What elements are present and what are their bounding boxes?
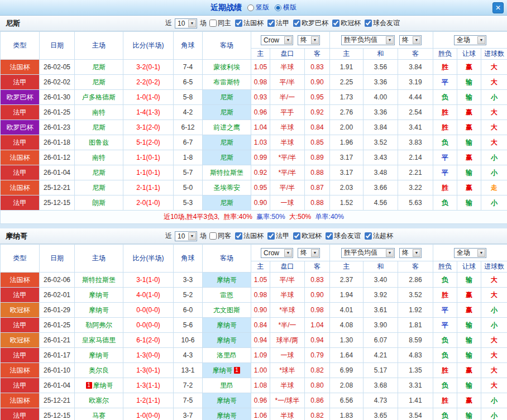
league-filter-checkbox[interactable]: 球会友谊 xyxy=(326,231,361,241)
competition-cell[interactable]: 法甲 xyxy=(1,408,40,420)
team-name-link[interactable]: 卢多格德斯 xyxy=(82,93,116,101)
competition-cell[interactable]: 法甲 xyxy=(1,195,40,211)
away-team-cell[interactable]: 摩纳哥 xyxy=(203,318,251,333)
home-team-cell[interactable]: 奥尔良 xyxy=(75,363,123,378)
checkbox-input[interactable] xyxy=(235,232,242,240)
away-team-cell[interactable]: 圣埃蒂安 xyxy=(203,180,251,195)
competition-cell[interactable]: 法国杯 xyxy=(1,60,40,75)
team-name-link[interactable]: 尼斯 xyxy=(92,123,106,131)
home-team-cell[interactable]: 南特 xyxy=(75,105,123,120)
checkbox-input[interactable] xyxy=(267,20,275,27)
team-name-link[interactable]: 图鲁兹 xyxy=(89,139,109,146)
checkbox-input[interactable] xyxy=(267,232,275,240)
same-venue-checkbox[interactable]: 同主 xyxy=(209,18,231,28)
home-team-cell[interactable]: 摩纳哥 xyxy=(75,348,123,363)
home-team-cell[interactable]: 欧塞尔 xyxy=(75,393,123,408)
home-team-cell[interactable]: 尼斯 xyxy=(75,120,123,135)
team-name-link[interactable]: 尼斯 xyxy=(220,199,233,207)
competition-cell[interactable]: 法国杯 xyxy=(1,273,40,288)
away-team-cell[interactable]: 洛里昂 xyxy=(203,348,251,363)
competition-cell[interactable]: 法甲 xyxy=(1,165,40,180)
competition-cell[interactable]: 欧罗巴杯 xyxy=(1,120,40,135)
home-team-cell[interactable]: 图鲁兹 xyxy=(75,135,123,150)
same-venue-checkbox[interactable]: 同客 xyxy=(209,231,231,241)
bookmaker-select[interactable]: Crow ▼ xyxy=(261,248,293,258)
team-name-link[interactable]: 尼斯 xyxy=(220,139,233,146)
away-team-cell[interactable]: 摩纳哥 xyxy=(203,273,251,288)
league-filter-checkbox[interactable]: 欧冠杯 xyxy=(332,18,361,28)
scope-select[interactable]: 全场 ▼ xyxy=(454,248,486,258)
home-team-cell[interactable]: 尼斯 xyxy=(75,165,123,180)
team-name-link[interactable]: 雷恩 xyxy=(220,291,233,299)
final-odds-select[interactable]: 终 ▼ xyxy=(298,248,320,258)
match-count-select[interactable]: 10 ▼ xyxy=(175,18,197,28)
league-filter-checkbox[interactable]: 法国杯 xyxy=(235,231,264,241)
final-odds-select[interactable]: 终 ▼ xyxy=(399,248,422,258)
layout-option-horizontal[interactable]: 横版 xyxy=(275,3,296,12)
competition-cell[interactable]: 法甲 xyxy=(1,348,40,363)
competition-cell[interactable]: 法甲 xyxy=(1,318,40,333)
home-team-cell[interactable]: 南特 xyxy=(75,150,123,165)
checkbox-input[interactable] xyxy=(293,232,300,240)
league-filter-checkbox[interactable]: 法甲 xyxy=(267,18,289,28)
team-name-link[interactable]: 尼斯 xyxy=(220,93,233,101)
checkbox-input[interactable] xyxy=(293,20,300,27)
away-team-cell[interactable]: 雷恩 xyxy=(203,288,251,303)
team-name-link[interactable]: 摩纳哥 xyxy=(89,351,109,359)
home-team-cell[interactable]: 摩纳哥 xyxy=(75,288,123,303)
odds-average-select[interactable]: 胜平负均值 ▼ xyxy=(341,248,395,258)
home-team-cell[interactable]: 摩纳哥 xyxy=(75,303,123,318)
away-team-cell[interactable]: 尤文图斯 xyxy=(203,303,251,318)
team-name-link[interactable]: 圣埃蒂安 xyxy=(213,184,240,192)
team-name-link[interactable]: 南特 xyxy=(92,108,106,116)
team-name-link[interactable]: 尼斯 xyxy=(92,63,106,71)
away-team-cell[interactable]: 尼斯 xyxy=(203,195,251,211)
league-filter-checkbox[interactable]: 球会友谊 xyxy=(365,18,400,28)
bookmaker-select[interactable]: Crow ▼ xyxy=(261,35,293,45)
team-name-link[interactable]: 摩纳哥 xyxy=(217,276,237,284)
competition-cell[interactable]: 法甲 xyxy=(1,105,40,120)
team-name-link[interactable]: 尼斯 xyxy=(92,78,106,86)
match-count-select[interactable]: 10 ▼ xyxy=(175,231,197,241)
team-name-link[interactable]: 里昂 xyxy=(220,381,233,389)
competition-cell[interactable]: 欧罗巴杯 xyxy=(1,90,40,105)
competition-cell[interactable]: 法国杯 xyxy=(1,393,40,408)
team-name-link[interactable]: 斯特拉斯堡 xyxy=(82,276,116,284)
league-filter-checkbox[interactable]: 欧罗巴杯 xyxy=(293,18,328,28)
team-name-link[interactable]: 奥尔良 xyxy=(89,366,109,374)
radio-horizontal[interactable] xyxy=(275,4,281,11)
team-name-link[interactable]: 尼斯 xyxy=(92,184,106,192)
away-team-cell[interactable]: 摩纳哥 xyxy=(203,408,251,420)
layout-option-vertical[interactable]: 竖版 xyxy=(247,3,269,12)
team-name-link[interactable]: 尤文图斯 xyxy=(213,306,240,314)
league-filter-checkbox[interactable]: 法甲 xyxy=(267,231,289,241)
home-team-cell[interactable]: 尼斯 xyxy=(75,60,123,75)
team-name-link[interactable]: 摩纳哥 xyxy=(213,366,233,374)
competition-cell[interactable]: 法国杯 xyxy=(1,150,40,165)
away-team-cell[interactable]: 摩纳哥 xyxy=(203,333,251,348)
checkbox-input[interactable] xyxy=(326,232,333,240)
away-team-cell[interactable]: 尼斯 xyxy=(203,105,251,120)
home-team-cell[interactable]: 皇家马德里 xyxy=(75,333,123,348)
final-odds-select[interactable]: 终 ▼ xyxy=(399,35,422,45)
competition-cell[interactable]: 法甲 xyxy=(1,75,40,90)
checkbox-input[interactable] xyxy=(209,232,217,240)
competition-cell[interactable]: 法甲 xyxy=(1,378,40,393)
team-name-link[interactable]: 摩纳哥 xyxy=(89,306,109,314)
team-name-link[interactable]: 朗斯 xyxy=(92,199,106,207)
team-name-link[interactable]: 摩纳哥 xyxy=(89,291,109,299)
checkbox-input[interactable] xyxy=(235,20,242,27)
checkbox-input[interactable] xyxy=(209,20,217,27)
team-name-link[interactable]: 斯特拉斯堡 xyxy=(210,169,243,176)
team-name-link[interactable]: 南特 xyxy=(92,154,106,161)
league-filter-checkbox[interactable]: 法超杯 xyxy=(365,231,393,241)
odds-average-select[interactable]: 胜平负均值 ▼ xyxy=(341,35,395,45)
team-name-link[interactable]: 摩纳哥 xyxy=(217,321,237,329)
team-name-link[interactable]: 欧塞尔 xyxy=(89,397,109,404)
team-name-link[interactable]: 皇家马德里 xyxy=(82,336,116,344)
away-team-cell[interactable]: 尼斯 xyxy=(203,150,251,165)
final-odds-select[interactable]: 终 ▼ xyxy=(298,35,320,45)
close-button[interactable]: ✕ xyxy=(492,2,504,13)
checkbox-input[interactable] xyxy=(332,20,339,27)
home-team-cell[interactable]: 卢多格德斯 xyxy=(75,90,123,105)
